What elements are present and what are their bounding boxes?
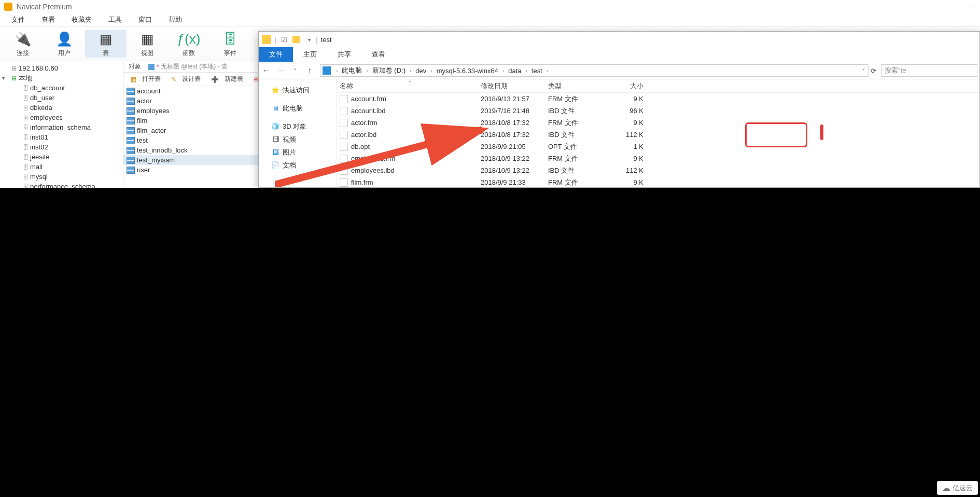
db-information_schema[interactable]: information_schema (0, 122, 123, 132)
qat-check-icon[interactable]: ☑ (281, 36, 287, 44)
up-button[interactable]: ↑ (302, 66, 317, 75)
explorer-titlebar[interactable]: | ☑ ▾ | test (259, 32, 979, 47)
column-headers[interactable]: 名称˄ 修改日期 类型 大小 (337, 79, 979, 93)
table-icon (127, 147, 135, 154)
db-performance_schema[interactable]: performance_schema (0, 182, 123, 188)
nav-图片[interactable]: 🖼图片 (262, 146, 333, 159)
crumb-mysql-5.6.33-winx64[interactable]: mysql-5.6.33-winx64 (436, 67, 499, 75)
db-db_user[interactable]: db_user (0, 93, 123, 103)
qat-dropdown-icon[interactable]: ▾ (308, 37, 311, 43)
nav-3D 对象[interactable]: 🧊3D 对象 (262, 120, 333, 133)
chevron-right-icon[interactable]: › (543, 68, 551, 74)
menu-查看[interactable]: 查看 (33, 15, 63, 24)
table-employees[interactable]: employees (123, 106, 258, 116)
db-inst02[interactable]: inst02 (0, 142, 123, 152)
col-name[interactable]: 名称˄ (337, 81, 481, 91)
db-jeesite[interactable]: jeesite (0, 152, 123, 162)
table-film_actor[interactable]: film_actor (123, 126, 258, 135)
quick-access-toolbar[interactable]: | ☑ ▾ | (274, 36, 318, 44)
tool-表[interactable]: ▦表 (85, 30, 127, 58)
menu-收藏夹[interactable]: 收藏夹 (63, 15, 100, 24)
crumb-test[interactable]: test (530, 67, 543, 75)
menu-文件[interactable]: 文件 (3, 15, 33, 24)
crumb-data[interactable]: data (507, 67, 522, 75)
table-account[interactable]: account (123, 86, 258, 96)
chevron-right-icon[interactable]: › (523, 68, 530, 74)
nav-视频[interactable]: 🎞视频 (262, 133, 333, 146)
table-icon (127, 88, 135, 95)
file-row[interactable]: account.frm 2018/9/13 21:57FRM 文件9 K (337, 93, 979, 105)
forward-button[interactable]: → (273, 66, 288, 75)
tool-函数[interactable]: ƒ(x)函数 (168, 30, 209, 58)
design-table-button[interactable]: ✎设计表 (167, 75, 205, 84)
tool-视图[interactable]: ▦视图 (127, 30, 168, 58)
menu-工具[interactable]: 工具 (100, 15, 130, 24)
db-inst01[interactable]: inst01 (0, 132, 123, 142)
tool-用户[interactable]: 👤用户 (44, 30, 85, 58)
recent-dropdown-icon[interactable]: ˅ (288, 68, 302, 74)
refresh-button[interactable]: ⟳ (871, 67, 881, 75)
db-db_account[interactable]: db_account (0, 83, 123, 93)
ribbon-tab-共享[interactable]: 共享 (327, 47, 361, 62)
file-row[interactable]: actor.ibd 2018/10/8 17:32IBD 文件112 K (337, 129, 979, 141)
table-user[interactable]: user (123, 165, 258, 175)
file-row[interactable]: db.opt 2018/9/9 21:05OPT 文件1 K (337, 141, 979, 153)
delete-button[interactable]: ⊖删除 (249, 75, 258, 84)
tool-事件[interactable]: 🗄事件 (209, 30, 251, 58)
server-local[interactable]: ▾本地 (0, 73, 123, 83)
ribbon-tab-主页[interactable]: 主页 (293, 47, 327, 62)
chevron-right-icon[interactable]: › (333, 68, 341, 74)
col-size[interactable]: 大小 (612, 81, 649, 91)
open-table-button[interactable]: ▦打开表 (127, 75, 165, 84)
tab-document[interactable]: * 无标题 @test (本地) - 查 (148, 62, 228, 71)
crumb-此电脑[interactable]: 此电脑 (341, 66, 363, 75)
ribbon-tab-查看[interactable]: 查看 (361, 47, 396, 62)
tab-objects[interactable]: 对象 (129, 62, 141, 71)
file-row[interactable]: account.ibd 2019/7/16 21:48IBD 文件96 K (337, 105, 979, 117)
chevron-right-icon[interactable]: › (407, 68, 414, 74)
db-dbkeda[interactable]: dbkeda (0, 103, 123, 113)
table-test_myisam[interactable]: test_myisam (123, 155, 258, 165)
table-film[interactable]: film (123, 116, 258, 126)
connection-tree[interactable]: 192.168.0.60 ▾本地db_accountdb_userdbkedae… (0, 61, 123, 188)
nav-此电脑[interactable]: 🖥此电脑 (262, 102, 333, 115)
图片-icon: 🖼 (271, 148, 279, 156)
new-table-button[interactable]: ➕新建表 (207, 75, 247, 84)
ribbon-tab-文件[interactable]: 文件 (259, 47, 293, 62)
table-test_innodb_lock[interactable]: test_innodb_lock (123, 145, 258, 155)
nav-文档[interactable]: 📄文档 (262, 159, 333, 172)
col-type[interactable]: 类型 (548, 81, 612, 91)
back-button[interactable]: ← (259, 66, 273, 75)
chevron-right-icon[interactable]: › (499, 68, 507, 74)
qat-folder-icon[interactable] (292, 36, 300, 43)
search-input[interactable]: 搜索"te (881, 64, 977, 77)
file-row[interactable]: employees.ibd 2018/10/9 13:22IBD 文件112 K (337, 164, 979, 176)
db-mall[interactable]: mall (0, 162, 123, 172)
tool-连接[interactable]: 🔌连接 (2, 30, 44, 58)
crumb-新加卷 (D:)[interactable]: 新加卷 (D:) (371, 66, 407, 75)
此电脑-icon: 🖥 (271, 104, 279, 112)
file-row[interactable]: film.frm 2018/9/9 21:33FRM 文件9 K (337, 176, 979, 187)
table-test[interactable]: test (123, 135, 258, 145)
视图-icon: ▦ (127, 30, 168, 49)
chevron-right-icon[interactable]: › (363, 68, 371, 74)
minimize-button[interactable]: — (970, 2, 977, 10)
address-dropdown-icon[interactable]: ˅ (856, 68, 871, 74)
file-row[interactable]: employees.frm 2018/10/9 13:22FRM 文件9 K (337, 153, 979, 164)
menu-窗口[interactable]: 窗口 (130, 15, 160, 24)
file-row[interactable]: actor.frm 2018/10/8 17:32FRM 文件9 K (337, 117, 979, 129)
server-remote[interactable]: 192.168.0.60 (0, 63, 123, 73)
explorer-nav-pane[interactable]: ⭐快速访问🖥此电脑🧊3D 对象🎞视频🖼图片📄文档 (259, 79, 337, 187)
table-actor[interactable]: actor (123, 96, 258, 106)
breadcrumb[interactable]: ›此电脑›新加卷 (D:)›dev›mysql-5.6.33-winx64›da… (320, 64, 869, 77)
table-icon (127, 137, 135, 144)
chevron-right-icon[interactable]: › (427, 68, 435, 74)
db-employees[interactable]: employees (0, 113, 123, 122)
folder-icon (262, 35, 271, 44)
file-list[interactable]: 名称˄ 修改日期 类型 大小 account.frm 2018/9/13 21:… (337, 79, 979, 187)
col-date[interactable]: 修改日期 (481, 81, 548, 91)
nav-快速访问[interactable]: ⭐快速访问 (262, 84, 333, 96)
crumb-dev[interactable]: dev (414, 67, 427, 75)
menu-帮助[interactable]: 帮助 (160, 15, 190, 24)
db-mysql[interactable]: mysql (0, 172, 123, 182)
